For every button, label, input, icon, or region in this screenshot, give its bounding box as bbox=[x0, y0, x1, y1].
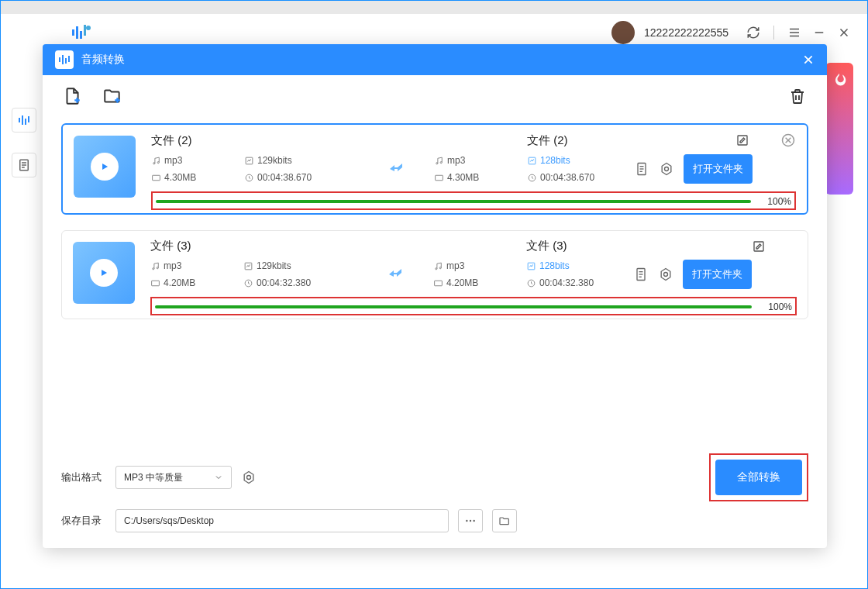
dst-bitrate-link[interactable]: 128bits bbox=[526, 260, 627, 271]
src-bitrate: 129kbits bbox=[243, 260, 360, 271]
svg-point-51 bbox=[157, 267, 158, 268]
svg-rect-40 bbox=[436, 175, 443, 181]
chevron-down-icon bbox=[214, 473, 223, 482]
output-format-select[interactable]: MP3 中等质量 bbox=[115, 466, 232, 489]
minimize-icon[interactable] bbox=[811, 25, 827, 40]
svg-rect-35 bbox=[153, 175, 160, 181]
svg-point-68 bbox=[466, 520, 467, 522]
format-settings-icon[interactable] bbox=[241, 470, 257, 485]
source-file-name: 文件 (2) bbox=[151, 133, 527, 148]
src-size: 4.30MB bbox=[151, 172, 244, 183]
progress-container: 100% bbox=[151, 191, 796, 210]
file-card[interactable]: 文件 (3) 文件 (3) mp3 4.20MB 129kbits 00:04:… bbox=[61, 230, 808, 319]
svg-point-70 bbox=[473, 520, 474, 522]
svg-rect-22 bbox=[68, 56, 70, 62]
flame-widget[interactable] bbox=[825, 63, 853, 195]
app-logo bbox=[71, 23, 92, 42]
svg-rect-13 bbox=[25, 119, 26, 125]
doc-icon[interactable] bbox=[633, 267, 649, 282]
open-folder-button[interactable]: 打开文件夹 bbox=[684, 154, 753, 184]
file-thumbnail[interactable] bbox=[74, 136, 136, 198]
src-bitrate: 129kbits bbox=[244, 155, 360, 166]
save-path-input[interactable]: C:/Users/sqs/Desktop bbox=[115, 509, 449, 532]
svg-rect-2 bbox=[80, 31, 82, 39]
src-format: mp3 bbox=[150, 260, 243, 271]
svg-marker-66 bbox=[244, 472, 253, 484]
output-file-name: 文件 (3) bbox=[526, 239, 752, 253]
arrow-icon bbox=[360, 268, 433, 281]
browse-folder-button[interactable] bbox=[492, 509, 517, 532]
svg-rect-12 bbox=[22, 115, 23, 125]
parent-window: 12222222222555 音频转换 bbox=[0, 0, 868, 589]
svg-rect-21 bbox=[65, 58, 67, 64]
src-duration: 00:04:32.380 bbox=[243, 277, 360, 288]
dst-format: mp3 bbox=[434, 155, 527, 166]
modal-title: 音频转换 bbox=[81, 53, 802, 67]
svg-rect-52 bbox=[152, 281, 160, 286]
src-size: 4.20MB bbox=[150, 277, 243, 288]
open-folder-button[interactable]: 打开文件夹 bbox=[683, 260, 752, 289]
svg-point-4 bbox=[86, 26, 91, 30]
doc-icon[interactable] bbox=[634, 161, 649, 177]
audio-convert-modal: 音频转换 bbox=[43, 44, 827, 548]
add-file-button[interactable] bbox=[61, 85, 83, 107]
refresh-icon[interactable] bbox=[746, 25, 761, 40]
svg-rect-11 bbox=[19, 118, 20, 122]
convert-all-button[interactable]: 全部转换 bbox=[715, 460, 802, 495]
file-card[interactable]: 文件 (2) 文件 (2) mp3 4.30MB 129kbits 00:04:… bbox=[61, 123, 808, 215]
delete-all-button[interactable] bbox=[787, 85, 808, 107]
svg-rect-29 bbox=[738, 136, 747, 145]
svg-point-48 bbox=[665, 167, 669, 171]
dst-size: 4.20MB bbox=[433, 277, 526, 288]
more-options-button[interactable] bbox=[458, 509, 483, 532]
progress-bar bbox=[155, 305, 752, 308]
svg-point-69 bbox=[470, 520, 471, 522]
modal-footer: 输出格式 MP3 中等质量 全部转换 保存目录 C:/Users/sqs/Des… bbox=[43, 443, 827, 548]
svg-marker-47 bbox=[662, 164, 671, 175]
svg-point-56 bbox=[439, 267, 441, 268]
progress-percent: 100% bbox=[760, 301, 792, 312]
svg-rect-3 bbox=[84, 25, 86, 36]
svg-rect-57 bbox=[435, 281, 443, 286]
dst-bitrate-link[interactable]: 128bits bbox=[527, 155, 628, 166]
svg-point-33 bbox=[153, 162, 155, 164]
add-folder-button[interactable] bbox=[102, 85, 123, 107]
close-window-icon[interactable] bbox=[836, 25, 852, 40]
svg-point-50 bbox=[153, 267, 154, 269]
svg-rect-19 bbox=[59, 57, 60, 62]
convert-highlight: 全部转换 bbox=[709, 453, 808, 501]
svg-point-38 bbox=[436, 162, 438, 164]
gear-icon[interactable] bbox=[658, 267, 673, 282]
play-icon[interactable] bbox=[91, 153, 119, 181]
output-format-label: 输出格式 bbox=[61, 470, 106, 484]
svg-rect-1 bbox=[76, 26, 78, 39]
svg-point-67 bbox=[247, 476, 251, 480]
menu-icon[interactable] bbox=[787, 25, 802, 40]
parent-titlebar bbox=[1, 1, 867, 14]
dst-duration: 00:04:38.670 bbox=[527, 172, 628, 183]
svg-rect-20 bbox=[62, 55, 64, 64]
source-file-name: 文件 (3) bbox=[150, 239, 526, 253]
svg-rect-14 bbox=[28, 116, 29, 122]
dst-format: mp3 bbox=[433, 260, 526, 271]
progress-container: 100% bbox=[150, 297, 797, 315]
svg-rect-0 bbox=[72, 29, 74, 36]
dst-duration: 00:04:32.380 bbox=[526, 277, 627, 288]
edit-icon[interactable] bbox=[735, 133, 749, 147]
gear-icon[interactable] bbox=[659, 161, 674, 177]
user-avatar[interactable] bbox=[611, 21, 635, 44]
output-file-name: 文件 (2) bbox=[527, 133, 735, 148]
modal-toolbar bbox=[43, 75, 827, 117]
file-list: 文件 (2) 文件 (2) mp3 4.30MB 129kbits 00:04:… bbox=[43, 117, 827, 443]
side-icon-doc[interactable] bbox=[12, 153, 36, 177]
remove-icon[interactable] bbox=[780, 133, 796, 148]
svg-marker-64 bbox=[661, 269, 670, 281]
src-duration: 00:04:38.670 bbox=[244, 172, 360, 183]
close-icon[interactable] bbox=[802, 53, 815, 66]
progress-bar bbox=[156, 200, 751, 203]
edit-icon[interactable] bbox=[752, 239, 766, 253]
play-icon[interactable] bbox=[90, 259, 118, 287]
file-thumbnail[interactable] bbox=[73, 242, 135, 304]
side-icon-audio[interactable] bbox=[12, 108, 36, 133]
svg-point-39 bbox=[440, 161, 442, 163]
